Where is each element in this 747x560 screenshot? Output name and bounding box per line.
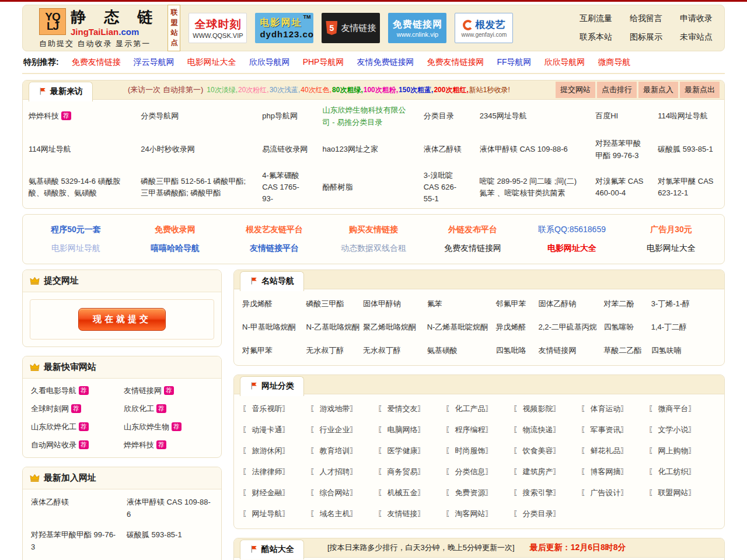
tab-famous-sites[interactable]: 名站导航 (240, 271, 304, 291)
special-nav-link[interactable]: FF导航网 (497, 57, 531, 68)
category-link[interactable]: 〖 视频影院〗 (513, 404, 581, 414)
famous-site-link[interactable]: 四氢噻吩 (604, 322, 651, 332)
visitor-site-link[interactable]: 114啦网址导航 (658, 111, 708, 120)
famous-site-link[interactable]: 无水叔丁醇 (363, 345, 427, 356)
category-link[interactable]: 〖 电脑网络〗 (378, 425, 445, 435)
category-link[interactable]: 〖 分类目录〗 (513, 509, 581, 519)
category-link[interactable]: 〖 体育运动〗 (581, 404, 648, 414)
header-quick-link[interactable]: 申请收录 (680, 13, 713, 24)
ad-link[interactable]: 动态数据双线合租 (324, 243, 423, 254)
banner-genfayi[interactable]: 根发艺 www.genfayi.com (455, 13, 513, 43)
famous-site-link[interactable]: 1,4-丁二醇 (651, 322, 716, 332)
visitor-site-link[interactable]: 2345网址导航 (480, 111, 527, 120)
famous-site-link[interactable]: N-乙烯基吡啶烷酮 (427, 322, 496, 332)
ad-link[interactable]: 根发艺友链平台 (225, 225, 324, 235)
newly-added-site-link[interactable]: 液体甲醇镁 CAS 109-88-6 (127, 496, 213, 521)
famous-site-link[interactable]: 固体乙醇钠 (538, 299, 603, 309)
visitor-site-link[interactable]: php导航网 (262, 111, 298, 120)
category-link[interactable]: 〖 化工产品〗 (445, 404, 513, 414)
famous-site-link[interactable]: 对氟甲苯 (242, 345, 306, 356)
special-nav-link[interactable]: PHP导航网 (303, 57, 344, 68)
category-link[interactable]: 〖 教育培训〗 (310, 446, 378, 456)
newly-added-site-link[interactable]: 碳酸胍 593-85-1 (127, 529, 213, 554)
tab-categories[interactable]: 网址分类 (240, 376, 304, 396)
category-link[interactable]: 〖 网址导航〗 (242, 509, 310, 519)
famous-site-link[interactable]: 无水叔丁醇 (306, 345, 363, 356)
category-link[interactable]: 〖 综合网站〗 (310, 488, 378, 498)
ad-link[interactable]: 免费友情链接网 (423, 243, 522, 254)
category-link[interactable]: 〖 饮食美容〗 (513, 446, 581, 456)
category-link[interactable]: 〖 人才招聘〗 (310, 467, 378, 477)
ad-link[interactable]: 外链发布平台 (423, 225, 522, 235)
category-link[interactable]: 〖 淘客网站〗 (445, 509, 513, 519)
submit-now-button[interactable]: 现在就提交 (78, 308, 166, 331)
banner-html5-links[interactable]: 5 友情链接 (322, 13, 380, 43)
visitor-site-link[interactable]: 3-溴吡啶 CAS 626-55-1 (424, 171, 456, 203)
tab-latest-visitors[interactable]: 最新来访 (29, 82, 93, 102)
category-link[interactable]: 〖 时尚服饰〗 (445, 446, 513, 456)
category-link[interactable]: 〖 鲜花礼品〗 (581, 446, 648, 456)
special-nav-link[interactable]: 欣欣导航网 (249, 57, 290, 68)
visitor-site-link[interactable]: 4-氟苯硼酸 CAS 1765-93- (262, 171, 299, 203)
famous-site-link[interactable]: 3-丁烯-1-醇 (651, 299, 716, 309)
visitor-site-link[interactable]: 磷酸三甲酯 512-56-1 磷酸甲酯; 三甲基磷酸酯; 磷酸甲酯 (141, 177, 246, 197)
special-nav-link[interactable]: 欣欣导航网 (544, 57, 585, 68)
category-link[interactable]: 〖 物流快递〗 (513, 425, 581, 435)
category-link[interactable]: 〖 爱情交友〗 (378, 404, 445, 414)
fast-review-site-link[interactable]: 全球时刻网 (31, 404, 69, 413)
category-link[interactable]: 〖 搜索引擎〗 (513, 488, 581, 498)
visitor-site-link[interactable]: 分类导航网 (141, 111, 179, 120)
special-nav-link[interactable]: 友情免费链接网 (357, 57, 414, 68)
category-link[interactable]: 〖 联盟网站〗 (648, 488, 716, 498)
visitor-site-link[interactable]: 液体甲醇镁 CAS 109-88-6 (480, 145, 568, 153)
visitor-site-link[interactable]: 山东欣烨生物科技有限公司 - 易推分类目录 (323, 106, 406, 126)
fast-review-site-link[interactable]: 山东欣烨生物 (124, 422, 169, 431)
tab-cool-sites[interactable]: 酷站大全 (240, 540, 304, 559)
header-quick-link[interactable]: 给我留言 (630, 13, 662, 24)
header-quick-link[interactable]: 未审站点 (680, 32, 713, 43)
visitor-site-link[interactable]: 24小时秒收录网 (141, 145, 194, 153)
header-quick-link[interactable]: 图标展示 (630, 32, 662, 43)
fast-review-site-link[interactable]: 烨烨科技 (124, 440, 154, 449)
banner-qqsk[interactable]: 全球时刻 WWW.QQSK.VIP (189, 13, 247, 43)
category-link[interactable]: 〖 旅游休闲〗 (242, 446, 310, 456)
famous-site-link[interactable]: 邻氟甲苯 (495, 299, 538, 309)
ad-link[interactable]: 购买友情链接 (324, 225, 423, 235)
famous-site-link[interactable]: 氨基磺酸 (427, 345, 496, 356)
famous-site-link[interactable]: 聚乙烯吡咯烷酮 (363, 322, 427, 332)
category-link[interactable]: 〖 法律律师〗 (242, 467, 310, 477)
visitor-site-link[interactable]: 对溴氟苯 CAS 460-00-4 (595, 177, 643, 197)
special-nav-link[interactable]: 微商导航 (598, 57, 631, 68)
ad-link[interactable]: 嘻嘻哈哈导航 (125, 243, 225, 254)
visitor-site-link[interactable]: 114网址导航 (29, 145, 71, 153)
newly-added-site-link[interactable]: 液体乙醇镁 (31, 496, 117, 521)
category-link[interactable]: 〖 军事资讯〗 (581, 425, 648, 435)
category-link[interactable]: 〖 程序编程〗 (445, 425, 513, 435)
famous-site-link[interactable]: N-甲基吡咯烷酮 (242, 322, 306, 332)
header-quick-link[interactable]: 联系本站 (580, 32, 612, 43)
famous-site-link[interactable]: 固体甲醇钠 (363, 299, 427, 309)
category-link[interactable]: 〖 微商平台〗 (648, 404, 716, 414)
category-link[interactable]: 〖 财经金融〗 (242, 488, 310, 498)
visitor-site-link[interactable]: 烨烨科技 (29, 111, 59, 120)
fast-review-site-link[interactable]: 自动网站收录 (31, 440, 76, 449)
visitor-site-link[interactable]: 易流链收录网 (262, 145, 308, 153)
special-nav-link[interactable]: 电影网址大全 (187, 57, 236, 68)
ad-link[interactable]: 广告月30元 (622, 225, 721, 235)
famous-site-link[interactable]: 异戊烯醛 (495, 322, 538, 332)
banner-dydh123[interactable]: TM 电影网址 dydh123.com (255, 13, 313, 43)
fast-review-site-link[interactable]: 欣欣化工 (124, 404, 154, 413)
famous-site-link[interactable]: 草酸二乙酯 (604, 345, 651, 356)
ad-link[interactable]: 电影网址大全 (622, 243, 721, 254)
famous-site-link[interactable]: 对苯二酚 (604, 299, 651, 309)
category-link[interactable]: 〖 友情链接〗 (378, 509, 445, 519)
ad-link[interactable]: 电影网址大全 (522, 243, 622, 254)
visitors-action-button[interactable]: 最新点出 (680, 82, 720, 98)
category-link[interactable]: 〖 博客网摘〗 (581, 467, 648, 477)
header-quick-link[interactable]: 互刷流量 (580, 13, 612, 24)
category-link[interactable]: 〖 分类信息〗 (445, 467, 513, 477)
famous-site-link[interactable]: 氟苯 (427, 299, 496, 309)
category-link[interactable]: 〖 音乐视听〗 (242, 404, 310, 414)
famous-site-link[interactable]: 异戊烯醛 (242, 299, 306, 309)
fast-review-site-link[interactable]: 久看电影导航 (31, 386, 76, 395)
